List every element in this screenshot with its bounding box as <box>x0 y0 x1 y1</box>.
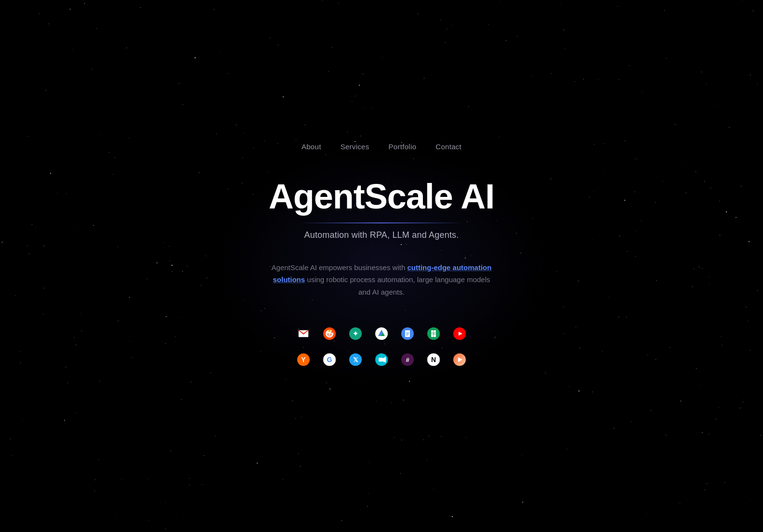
svg-text:N: N <box>431 356 436 363</box>
navigation: AboutServicesPortfolioContact <box>302 143 461 151</box>
icon-gdocs[interactable] <box>397 323 418 344</box>
svg-point-4 <box>330 334 332 335</box>
svg-text:Y: Y <box>301 356 306 363</box>
nav-item-about[interactable]: About <box>302 143 321 151</box>
icon-gmeet[interactable] <box>371 349 392 370</box>
svg-text:𝕏: 𝕏 <box>353 356 358 363</box>
icon-reddit[interactable] <box>319 323 340 344</box>
svg-text:#: # <box>406 356 409 363</box>
nav-item-portfolio[interactable]: Portfolio <box>389 143 417 151</box>
hero-subtitle: Automation with RPA, LLM and Agents. <box>304 230 459 240</box>
icon-notion[interactable]: N <box>423 349 444 370</box>
hero-title: AgentScale AI <box>269 178 494 216</box>
icon-gmail[interactable] <box>293 323 314 344</box>
svg-rect-29 <box>379 358 383 362</box>
icon-forward[interactable] <box>449 349 470 370</box>
icon-ycomb[interactable]: Y <box>293 349 314 370</box>
svg-point-3 <box>328 334 329 335</box>
svg-point-6 <box>329 330 331 332</box>
svg-text:✦: ✦ <box>353 330 358 337</box>
icon-row-row1: ✦ <box>293 323 470 344</box>
icon-chatgpt[interactable]: ✦ <box>345 323 366 344</box>
icon-google[interactable]: G <box>319 349 340 370</box>
main-content: AboutServicesPortfolioContact AgentScale… <box>0 0 763 532</box>
icon-row-row2: YG𝕏#N <box>293 349 470 370</box>
icon-gsheets[interactable] <box>423 323 444 344</box>
hero-description: AgentScale AI empowers businesses with c… <box>266 261 497 298</box>
title-underline <box>300 222 463 223</box>
icon-grid: ✦YG𝕏#N <box>293 323 470 370</box>
icon-gdrive[interactable] <box>371 323 392 344</box>
icon-slack[interactable]: # <box>397 349 418 370</box>
icon-youtube[interactable] <box>449 323 470 344</box>
hero-highlight: cutting-edge automation solutions <box>273 263 491 284</box>
svg-text:G: G <box>327 356 332 363</box>
icon-twitter[interactable]: 𝕏 <box>345 349 366 370</box>
nav-item-services[interactable]: Services <box>341 143 369 151</box>
nav-item-contact[interactable]: Contact <box>435 143 461 151</box>
svg-point-5 <box>331 331 333 333</box>
